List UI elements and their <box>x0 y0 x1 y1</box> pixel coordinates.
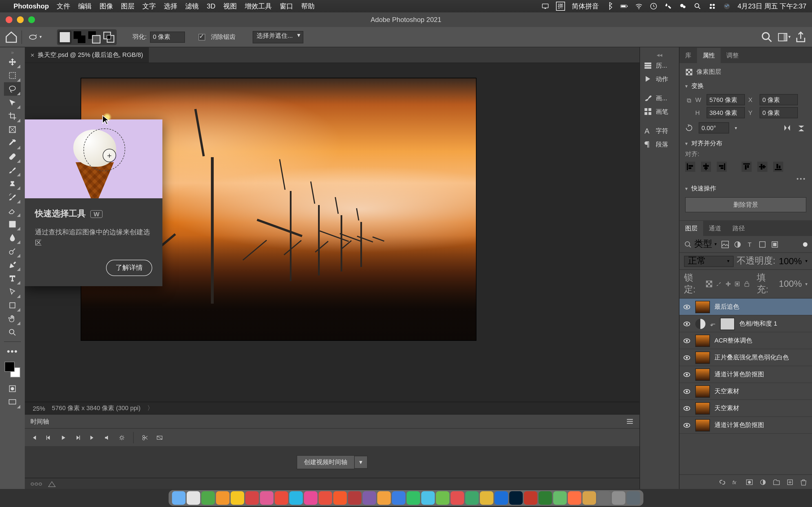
dock-app[interactable] <box>363 491 376 505</box>
menu-layer[interactable]: 图层 <box>121 1 135 11</box>
healing-tool[interactable] <box>4 150 21 163</box>
lock-artboard-icon[interactable] <box>734 281 741 287</box>
dock-app[interactable] <box>245 491 259 505</box>
layer-name[interactable]: ACR整体调色 <box>714 336 752 345</box>
util-icon[interactable] <box>664 2 672 10</box>
menubar-clock[interactable]: 4月23日 周五 下午2:37 <box>738 1 806 11</box>
dock-app[interactable] <box>451 491 464 505</box>
eyedropper-tool[interactable] <box>4 136 21 150</box>
visibility-icon[interactable] <box>683 387 691 395</box>
shape-tool[interactable] <box>4 298 21 312</box>
align-right-icon[interactable] <box>717 162 727 172</box>
dock-app[interactable] <box>495 491 508 505</box>
window-minimize-button[interactable] <box>17 16 24 23</box>
timeline-zoom-icon[interactable]: ᴑᴑᴑ <box>31 481 42 487</box>
align-bottom-icon[interactable] <box>773 162 783 172</box>
more-options-icon[interactable]: ••• <box>685 175 806 182</box>
align-top-icon[interactable] <box>742 162 752 172</box>
height-input[interactable] <box>707 107 745 118</box>
layer-row[interactable]: 通道计算色阶抠图 <box>679 366 812 383</box>
menu-image[interactable]: 图像 <box>100 1 113 11</box>
align-vcenter-icon[interactable] <box>757 162 767 172</box>
color-swatches[interactable] <box>4 362 20 378</box>
layer-name[interactable]: 色相/饱和度 1 <box>739 320 777 328</box>
width-input[interactable] <box>707 94 745 105</box>
layer-row[interactable]: ⬐色相/饱和度 1 <box>679 316 812 332</box>
dock-app[interactable] <box>377 491 391 505</box>
quick-mask-icon[interactable] <box>4 382 21 395</box>
dock-app[interactable] <box>260 491 273 505</box>
dock-app[interactable] <box>582 491 596 505</box>
zoom-tool[interactable] <box>4 326 21 339</box>
dock-app[interactable] <box>612 491 625 505</box>
move-tool[interactable] <box>4 55 21 69</box>
dock-app[interactable] <box>172 491 186 505</box>
wifi-icon[interactable] <box>635 2 643 10</box>
layer-fx-icon[interactable]: fx <box>732 478 740 486</box>
dock-app[interactable] <box>539 491 552 505</box>
timeline-settings-icon[interactable] <box>118 434 125 441</box>
dock-app[interactable] <box>231 491 244 505</box>
dock-app[interactable] <box>597 491 611 505</box>
x-input[interactable] <box>760 94 798 105</box>
dock-app[interactable] <box>509 491 523 505</box>
audio-mute-icon[interactable] <box>104 434 110 441</box>
dock-app[interactable] <box>465 491 479 505</box>
filter-toggle[interactable] <box>803 242 808 246</box>
intersect-selection-button[interactable] <box>102 30 116 44</box>
tab-libraries[interactable]: 库 <box>679 48 697 63</box>
fill-value[interactable]: 100% <box>779 279 802 289</box>
layer-row[interactable]: 正片叠底强化黑色弱化白色 <box>679 349 812 366</box>
rotation-input[interactable] <box>699 122 729 133</box>
siri-icon[interactable] <box>723 2 731 10</box>
blur-tool[interactable] <box>4 231 21 244</box>
marquee-tool[interactable] <box>4 69 21 82</box>
document-tab[interactable]: × 换天空.psd @ 25% (最后追色, RGB/8) <box>25 47 149 62</box>
menu-3d[interactable]: 3D <box>207 2 215 10</box>
transform-section[interactable]: 变换 <box>685 79 806 93</box>
macos-dock[interactable] <box>168 490 644 506</box>
close-tab-icon[interactable]: × <box>31 51 35 59</box>
filter-type-icon[interactable]: T <box>746 240 754 248</box>
layer-row[interactable]: 最后追色 <box>679 298 812 316</box>
blend-mode-select[interactable]: 正常▾ <box>684 256 733 267</box>
feather-input[interactable] <box>150 31 185 43</box>
layer-name[interactable]: 通道计算色阶抠图 <box>714 421 764 429</box>
tool-preset-icon[interactable]: ▾ <box>26 30 45 44</box>
crop-tool[interactable] <box>4 109 21 123</box>
layer-row[interactable]: 天空素材 <box>679 383 812 400</box>
dock-app[interactable] <box>421 491 435 505</box>
status-flyout-icon[interactable]: 〉 <box>147 404 153 412</box>
next-frame-icon[interactable] <box>74 434 81 441</box>
play-icon[interactable] <box>60 434 66 441</box>
history-brush-tool[interactable] <box>4 190 21 204</box>
delete-layer-icon[interactable] <box>800 478 808 486</box>
type-tool[interactable] <box>4 272 21 285</box>
dock-app[interactable] <box>274 491 288 505</box>
new-layer-icon[interactable] <box>786 478 794 486</box>
dock-app[interactable] <box>392 491 405 505</box>
link-layers-icon[interactable] <box>718 478 726 486</box>
lock-pixels-icon[interactable] <box>706 281 712 287</box>
lock-brush-icon[interactable] <box>716 281 722 287</box>
dock-app[interactable] <box>289 491 303 505</box>
learn-more-button[interactable]: 了解详情 <box>106 260 152 276</box>
battery-icon[interactable] <box>620 2 628 10</box>
filter-shape-icon[interactable] <box>758 240 766 248</box>
spotlight-icon[interactable] <box>694 2 702 10</box>
visibility-icon[interactable] <box>683 303 691 311</box>
layer-row[interactable]: 天空素材 <box>679 400 812 417</box>
menu-window[interactable]: 窗口 <box>280 1 293 11</box>
layer-name[interactable]: 最后追色 <box>714 302 739 311</box>
select-and-mask-button[interactable]: 选择并遮住... <box>253 31 303 43</box>
create-timeline-button[interactable]: 创建视频时间轴▾ <box>297 455 368 469</box>
panel-menu-icon[interactable] <box>626 417 634 425</box>
menu-type[interactable]: 文字 <box>142 1 156 11</box>
align-left-icon[interactable] <box>685 162 695 172</box>
tab-properties[interactable]: 属性 <box>697 48 721 63</box>
control-center-icon[interactable] <box>708 2 716 10</box>
ime-name[interactable]: 简体拼音 <box>572 1 599 11</box>
layer-name[interactable]: 通道计算色阶抠图 <box>714 370 764 379</box>
group-layers-icon[interactable] <box>772 478 780 486</box>
screen-mode-icon[interactable] <box>4 395 21 409</box>
